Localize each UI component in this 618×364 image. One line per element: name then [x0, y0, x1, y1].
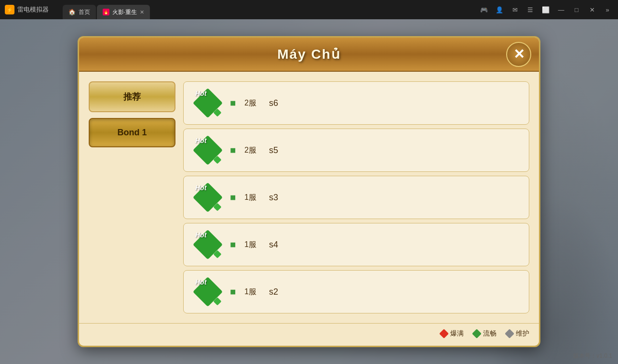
- more-icon[interactable]: »: [602, 4, 613, 15]
- status-icon: ◆: [227, 238, 239, 250]
- legend-label-smooth: 流畅: [483, 329, 497, 338]
- hot-label: Hot: [195, 90, 206, 97]
- legend-label-maintenance: 维护: [516, 329, 529, 338]
- status-icon: ◆: [227, 144, 239, 156]
- tab-close-btn[interactable]: ✕: [140, 9, 144, 15]
- recommend-button[interactable]: 推荐: [89, 81, 175, 112]
- server-name: 1服: [244, 287, 256, 297]
- legend-label-full: 爆满: [450, 329, 464, 338]
- server-item[interactable]: Hot ◆ 1服 s4: [183, 223, 529, 266]
- server-label: s2: [269, 287, 278, 297]
- legend-dot-full: [439, 329, 449, 338]
- version-label: 版本号：v1.0.1: [573, 352, 612, 360]
- titlebar: ⚡ 雷电模拟器 🏠 首页 🔥 火影·重生 ✕ 🎮 👤 ✉ ☰ ⬜ — □ ✕ »: [0, 0, 618, 19]
- hot-badge-wrap: Hot: [193, 183, 222, 212]
- mail-icon[interactable]: ✉: [509, 4, 521, 15]
- legend-dot-smooth: [472, 329, 482, 338]
- status-icon: ◆: [227, 286, 239, 298]
- server-name: 1服: [244, 240, 256, 250]
- gamepad-icon[interactable]: 🎮: [478, 4, 490, 15]
- legend-dot-maintenance: [505, 329, 514, 338]
- modal-header: Máy Chủ ✕: [79, 38, 539, 72]
- modal-title: Máy Chủ: [277, 47, 341, 62]
- server-name: 2服: [244, 98, 256, 108]
- modal-body: 推荐 Bond 1 Hot ◆ 2服 s6: [79, 72, 539, 323]
- modal-overlay: Máy Chủ ✕ 推荐 Bond 1: [0, 19, 618, 364]
- status-icon: ◆: [227, 191, 239, 203]
- tab-home[interactable]: 🏠 首页: [63, 5, 96, 19]
- server-label: s3: [269, 193, 278, 203]
- hot-label: Hot: [195, 137, 206, 144]
- app-name: 雷电模拟器: [17, 5, 49, 14]
- game-area: Máy Chủ ✕ 推荐 Bond 1: [0, 19, 618, 364]
- hot-badge-wrap: Hot: [193, 230, 222, 259]
- server-list: Hot ◆ 2服 s6 Hot ◆: [183, 81, 529, 313]
- server-name: 1服: [244, 193, 256, 203]
- hot-badge-wrap: Hot: [193, 89, 222, 117]
- server-item[interactable]: Hot ◆ 2服 s6: [183, 81, 529, 125]
- modal-close-button[interactable]: ✕: [506, 42, 531, 67]
- server-label: s5: [269, 145, 278, 156]
- hot-label: Hot: [195, 231, 206, 239]
- tab-home-label: 首页: [79, 8, 90, 16]
- hot-label: Hot: [195, 184, 206, 192]
- server-sidebar: 推荐 Bond 1: [89, 81, 175, 313]
- close-icon[interactable]: ✕: [586, 4, 598, 15]
- menu-icon[interactable]: ☰: [524, 4, 536, 15]
- minimize-icon[interactable]: —: [555, 4, 567, 15]
- server-label: s6: [269, 98, 278, 108]
- server-item[interactable]: Hot ◆ 1服 s3: [183, 176, 529, 219]
- pip-icon[interactable]: ⬜: [540, 4, 551, 15]
- server-item[interactable]: Hot ◆ 1服 s2: [183, 270, 529, 313]
- window-controls: 🎮 👤 ✉ ☰ ⬜ — □ ✕ »: [478, 4, 618, 15]
- app-logo: ⚡ 雷电模拟器: [0, 5, 63, 14]
- hot-badge-wrap: Hot: [193, 136, 222, 165]
- hot-badge-wrap: Hot: [193, 277, 222, 306]
- bond1-button[interactable]: Bond 1: [89, 118, 175, 147]
- server-item[interactable]: Hot ◆ 2服 s5: [183, 129, 529, 172]
- legend-item-smooth: 流畅: [473, 329, 497, 338]
- server-name: 2服: [244, 145, 256, 156]
- hot-label: Hot: [195, 278, 206, 286]
- close-x-icon: ✕: [513, 48, 524, 61]
- app-icon: ⚡: [5, 5, 14, 14]
- legend-item-maintenance: 维护: [506, 329, 529, 338]
- user-icon[interactable]: 👤: [494, 4, 505, 15]
- tab-bar: 🏠 首页 🔥 火影·重生 ✕: [63, 0, 150, 19]
- tab-game[interactable]: 🔥 火影·重生 ✕: [97, 5, 150, 19]
- home-icon: 🏠: [68, 9, 76, 15]
- server-modal: Máy Chủ ✕ 推荐 Bond 1: [78, 36, 540, 347]
- server-label: s4: [269, 240, 278, 250]
- status-icon: ◆: [227, 97, 239, 109]
- tab-game-label: 火影·重生: [112, 8, 137, 16]
- maximize-icon[interactable]: □: [571, 4, 582, 15]
- legend-bar: 爆满 流畅 维护: [79, 323, 539, 346]
- game-tab-icon: 🔥: [103, 9, 109, 15]
- legend-item-full: 爆满: [441, 329, 464, 338]
